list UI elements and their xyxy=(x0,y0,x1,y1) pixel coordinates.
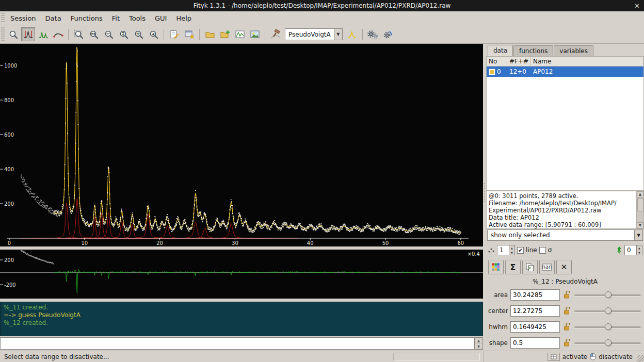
filter-value: show only selected xyxy=(488,232,634,239)
menubar: SessionDataFunctionsFitToolsGUIHelp xyxy=(0,11,644,25)
param-input-center[interactable] xyxy=(510,305,560,317)
menu-data[interactable]: Data xyxy=(41,13,66,24)
zoom-in-icon[interactable]: + xyxy=(132,27,146,41)
output-console[interactable]: %_11 created.=-> guess PseudoVoigtA%_12 … xyxy=(0,302,483,336)
function-type-select[interactable]: PseudoVoigtA▼ xyxy=(285,28,343,40)
history-down-icon[interactable]: ▼ xyxy=(475,343,482,349)
dataset-no-cell: 0 xyxy=(487,67,507,77)
history-up-icon[interactable]: ▲ xyxy=(475,338,482,343)
lock-icon[interactable] xyxy=(562,291,571,299)
resize-grip[interactable] xyxy=(637,355,644,362)
filter-row: show only selected ▼ xyxy=(486,229,644,242)
param-slider-hwhm[interactable] xyxy=(573,323,642,331)
dataset-colors-button[interactable] xyxy=(488,260,504,274)
zoom-y-icon[interactable]: ↕ xyxy=(117,27,131,41)
lock-icon[interactable] xyxy=(562,323,571,331)
add-peak-mode-icon[interactable] xyxy=(36,27,50,41)
menu-fit[interactable]: Fit xyxy=(107,13,124,24)
tab-functions[interactable]: functions xyxy=(513,45,553,56)
delete-data-button[interactable]: ✕ xyxy=(556,260,572,274)
main-plot-svg[interactable]: 01020304050602004006008001000 xyxy=(0,44,483,246)
aux-plot-svg[interactable]: 200-200×0.4 xyxy=(0,250,483,299)
tab-data[interactable]: data xyxy=(488,45,513,56)
zoom-x-icon[interactable]: ↔ xyxy=(87,27,101,41)
chevron-down-icon[interactable]: ▼ xyxy=(334,29,342,40)
spin-up-icon[interactable]: ▲ xyxy=(509,245,514,250)
dataset-row[interactable]: 0 12+0 AP012 xyxy=(487,67,643,77)
menubar-drag-handle[interactable] xyxy=(1,13,5,24)
main-plot[interactable]: 01020304050602004006008001000 xyxy=(0,44,483,246)
scroll-thumb[interactable] xyxy=(637,198,643,211)
command-input[interactable] xyxy=(0,337,475,350)
auxiliary-plot[interactable]: 200-200×0.4 xyxy=(0,250,483,299)
line-checkbox[interactable]: ✔ xyxy=(517,247,524,254)
scroll-down-icon[interactable]: ▼ xyxy=(637,222,643,228)
input-history-spinner[interactable]: ▲ ▼ xyxy=(475,337,483,350)
slider-thumb[interactable] xyxy=(605,307,611,314)
sketch-background-mode-icon[interactable] xyxy=(51,27,65,41)
param-input-shape[interactable] xyxy=(510,337,560,349)
param-slider-area[interactable] xyxy=(573,291,642,299)
dataset-checkbox[interactable] xyxy=(489,69,495,75)
sigma-checkbox-label: σ xyxy=(548,246,552,254)
undo-fit-icon[interactable] xyxy=(381,27,395,41)
shift-value: 0 xyxy=(625,245,636,255)
run-fit-icon[interactable] xyxy=(268,27,282,41)
info-scrollbar[interactable]: ▲ ▼ xyxy=(636,191,643,228)
lock-icon[interactable] xyxy=(562,339,571,347)
column-no[interactable]: No xyxy=(487,57,507,66)
close-icon[interactable]: ✕ xyxy=(634,0,640,11)
shift-updown-icon[interactable] xyxy=(616,246,622,254)
toolbar-separator xyxy=(265,29,265,40)
param-input-hwhm[interactable] xyxy=(510,321,560,333)
spin-down-icon[interactable]: ▼ xyxy=(637,250,642,255)
scroll-up-icon[interactable]: ▲ xyxy=(637,191,643,198)
zoom-mode-icon[interactable] xyxy=(6,27,20,41)
zoom-out-icon[interactable]: − xyxy=(102,27,116,41)
spin-up-icon[interactable]: ▲ xyxy=(637,245,642,250)
zoom-all-icon[interactable] xyxy=(72,27,86,41)
info-line: @0: 3011 points, 2789 active. xyxy=(489,192,636,200)
menu-tools[interactable]: Tools xyxy=(124,13,150,24)
gui-settings-icon[interactable] xyxy=(182,27,196,41)
execute-gears-icon[interactable] xyxy=(366,27,380,41)
spin-down-icon[interactable]: ▼ xyxy=(509,250,514,255)
menu-help[interactable]: Help xyxy=(171,13,196,24)
zoom-previous-icon[interactable]: ◂ xyxy=(147,27,160,41)
append-file-icon[interactable] xyxy=(218,27,232,41)
show-filter-select[interactable]: show only selected ▼ xyxy=(487,229,643,241)
column-name[interactable]: Name xyxy=(531,57,643,66)
copy-data-button[interactable] xyxy=(522,260,538,274)
export-plot-icon[interactable] xyxy=(233,27,247,41)
param-input-area[interactable] xyxy=(510,289,560,301)
point-size-spinner[interactable]: 1 ▲▼ xyxy=(497,245,515,255)
slider-thumb[interactable] xyxy=(605,291,611,298)
tab-variables[interactable]: variables xyxy=(554,45,593,56)
sigma-checkbox[interactable] xyxy=(539,247,546,254)
chevron-down-icon[interactable]: ▼ xyxy=(634,230,642,240)
open-file-icon[interactable] xyxy=(203,27,217,41)
param-slider-center[interactable] xyxy=(573,307,642,315)
svg-text:20: 20 xyxy=(156,240,163,246)
menu-gui[interactable]: GUI xyxy=(150,13,171,24)
column-functions[interactable]: #F+# xyxy=(507,57,531,66)
menu-session[interactable]: Session xyxy=(6,13,41,24)
save-image-icon[interactable] xyxy=(248,27,262,41)
lock-icon[interactable] xyxy=(562,307,571,315)
toolbar-separator xyxy=(199,29,200,40)
sum-button[interactable]: Σ xyxy=(505,260,521,274)
shift-spinner[interactable]: 0 ▲▼ xyxy=(624,245,642,255)
slider-thumb[interactable] xyxy=(605,323,611,330)
transform-data-button[interactable]: nan xyxy=(539,260,555,274)
function-label: %_12 : PseudoVoigtA xyxy=(486,276,644,287)
function-type-value: PseudoVoigtA xyxy=(285,31,334,38)
menu-functions[interactable]: Functions xyxy=(66,13,107,24)
data-range-mode-icon[interactable] xyxy=(21,27,35,41)
toolbar-drag-handle[interactable] xyxy=(1,27,5,42)
status-config-button[interactable] xyxy=(548,353,560,361)
slider-thumb[interactable] xyxy=(605,339,611,346)
data-table-body[interactable]: 0 12+0 AP012 xyxy=(486,67,644,191)
edit-script-icon[interactable] xyxy=(167,27,181,41)
param-slider-shape[interactable] xyxy=(573,339,642,347)
guess-peak-icon[interactable] xyxy=(345,27,359,41)
